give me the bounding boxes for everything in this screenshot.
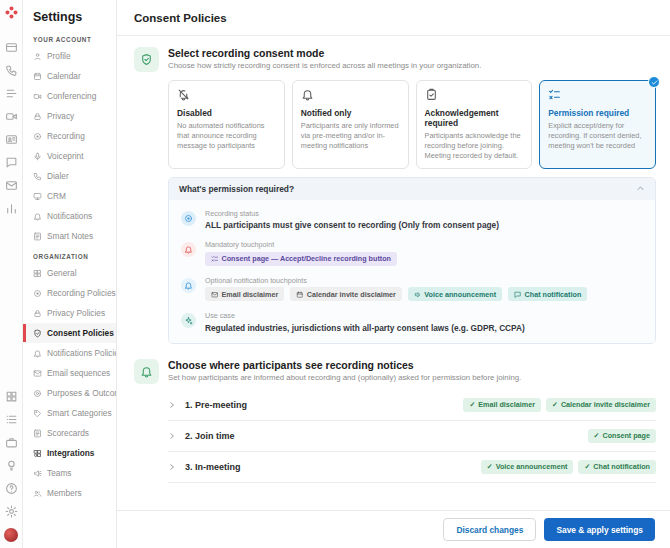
apps-icon[interactable] [5,390,18,403]
sidebar-item-label: Scorecards [47,428,89,438]
settings-gear-icon[interactable] [5,505,18,518]
consent-mode-cards: Disabled No automated notifications that… [168,80,656,169]
phone-icon [33,172,42,181]
consent-card-notified-only[interactable]: Notified only Participants are only info… [292,80,409,169]
scorecard-icon [33,429,42,438]
sidebar-item-privacy[interactable]: Privacy [23,106,116,126]
sidebar-item-members[interactable]: Members [23,483,116,503]
meetings-icon[interactable] [5,110,18,123]
recording-status-row: Recording status ALL participants must g… [181,209,643,231]
optional-touchpoints-row: Optional notification touchpoints Email … [181,276,643,302]
save-apply-settings-button[interactable]: Save & apply settings [544,518,655,541]
calendar-invite-disclaimer-badge: ✓Calendar invite disclaimer [546,398,656,412]
permission-panel-body: Recording status ALL participants must g… [169,200,655,343]
sidebar-item-general[interactable]: General [23,263,116,283]
card-description: Participants acknowledge the recording b… [425,131,524,161]
record-icon [33,289,42,298]
row-value: ALL participants must give consent to re… [205,220,499,230]
sidebar-item-smart-notes[interactable]: Smart Notes [23,226,116,246]
chat-notification-badge: ✓Chat notification [578,460,656,474]
sidebar-title: Settings [33,10,116,24]
tasks-icon[interactable] [5,413,18,426]
section-label-your-account: YOUR ACCOUNT [33,36,116,43]
mail-icon [211,291,219,299]
sidebar-item-voiceprint[interactable]: Voiceprint [23,146,116,166]
monitor-icon [33,192,42,201]
accordion-row-in-meeting[interactable]: 3. In-meeting ✓Voice announcement ✓Chat … [168,452,656,482]
grid-icon [33,269,42,278]
chat-icon[interactable] [5,156,18,169]
sidebar-item-consent-policies[interactable]: Consent Policies [23,323,116,343]
row-label: Mandatory touchpoint [205,240,397,249]
sparkle-icon [181,313,196,328]
sidebar-item-recording-policies[interactable]: Recording Policies [23,283,116,303]
consent-card-disabled[interactable]: Disabled No automated notifications that… [168,80,285,169]
chevron-right-icon [168,401,176,409]
consent-card-permission-required[interactable]: Permission required Explicit accept/deny… [539,80,656,169]
sidebar-item-conferencing[interactable]: Conferencing [23,86,116,106]
sidebar-item-scorecards[interactable]: Scorecards [23,423,116,443]
analytics-icon[interactable] [5,202,18,215]
sidebar-item-label: Notifications Policies [47,348,117,358]
recording-notices-section: Choose where participants see recording … [134,359,656,483]
card-description: Participants are only informed via pre-m… [301,121,400,151]
record-icon [181,211,196,226]
app-logo-icon[interactable] [4,5,19,20]
check-icon: ✓ [469,401,475,409]
inbox-icon[interactable] [5,41,18,54]
bell-icon [181,278,196,293]
sidebar-item-smart-categories[interactable]: Smart Categories [23,403,116,423]
accordion-row-pre-meeting[interactable]: 1. Pre-meeting ✓Email disclaimer ✓Calend… [168,390,656,420]
phone-icon[interactable] [5,64,18,77]
people-icon [33,489,42,498]
sidebar-item-dialer[interactable]: Dialer [23,166,116,186]
card-description: Explicit accept/deny for recording. If c… [548,121,647,151]
settings-sidebar: Settings YOUR ACCOUNT Profile Calendar C… [23,0,117,548]
shield-check-icon [134,47,159,72]
sidebar-item-profile[interactable]: Profile [23,46,116,66]
sidebar-item-notifications[interactable]: Notifications [23,206,116,226]
sidebar-item-label: Purposes & Outcomes [47,388,117,398]
sidebar-item-crm[interactable]: CRM [23,186,116,206]
sidebar-item-label: Teams [47,468,71,478]
bell-icon [33,349,42,358]
check-icon: ✓ [487,463,493,471]
sidebar-item-privacy-policies[interactable]: Privacy Policies [23,303,116,323]
selected-check-badge [648,76,660,88]
sidebar-item-purposes-outcomes[interactable]: Purposes & Outcomes [23,383,116,403]
card-title: Acknowledgement required [425,108,524,128]
user-avatar[interactable] [4,528,18,542]
bell-alert-icon [181,242,196,257]
sidebar-item-label: Privacy [47,111,74,121]
consent-card-acknowledgement-required[interactable]: Acknowledgement required Participants ac… [416,80,533,169]
sidebar-item-recording[interactable]: Recording [23,126,116,146]
consent-page-badge: ✓Consent page [588,429,656,443]
section-subtitle: Set how participants are informed about … [168,373,521,382]
workspace-icon[interactable] [5,436,18,449]
main-panel: Consent Policies Select recording consen… [117,0,670,548]
accordion-row-join-time[interactable]: 2. Join time ✓Consent page [168,421,656,451]
sidebar-item-integrations[interactable]: Integrations [23,443,116,463]
chevron-right-icon [168,463,176,471]
email-disclaimer-badge: ✓Email disclaimer [463,398,541,412]
check-icon: ✓ [552,401,558,409]
contacts-icon[interactable] [5,133,18,146]
sidebar-item-teams[interactable]: Teams [23,463,116,483]
discard-changes-button[interactable]: Discard changes [443,518,536,541]
shield-check-icon [33,329,42,338]
video-icon [33,92,42,101]
bell-slash-icon [177,88,276,101]
insights-icon[interactable] [5,459,18,472]
permission-panel-toggle[interactable]: What's permission required? [169,178,655,200]
sidebar-item-label: Notifications [47,211,92,221]
card-title: Notified only [301,108,400,118]
activity-icon[interactable] [5,87,18,100]
sidebar-item-calendar[interactable]: Calendar [23,66,116,86]
sidebar-item-email-sequences[interactable]: Email sequences [23,363,116,383]
mail-icon [33,369,42,378]
lock-icon [33,112,42,121]
help-icon[interactable] [5,482,18,495]
sidebar-item-label: CRM [47,191,66,201]
mail-icon[interactable] [5,179,18,192]
sidebar-item-notifications-policies[interactable]: Notifications Policies [23,343,116,363]
